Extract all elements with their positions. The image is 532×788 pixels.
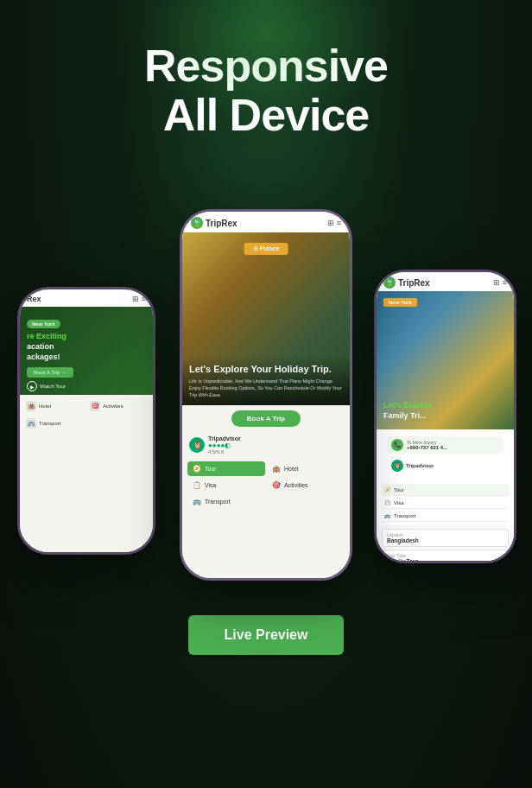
location-field: Location Bangladesh [382,529,509,547]
nav-item-activities: 🎯 Activities [87,398,149,414]
right-tab-visa[interactable]: 📋 Visa [382,497,509,509]
left-phone-screen: Rex ⊞ ≡ New York re Exciting acation ack… [20,289,153,552]
transport-icon: 🚌 [26,418,36,429]
center-brand: TripRex [206,219,238,228]
phone-right: 🍃 TripRex ⊞ ≡ New York Let's Explore Fam… [374,270,516,563]
right-tab-tour[interactable]: 🧭 Tour [382,484,509,496]
menu-icon-center: ≡ [337,219,341,227]
right-nav-icons: ⊞ ≡ [493,278,507,287]
right-brand: TripRex [398,278,430,288]
center-hero-title: Let's Explore Your Holiday Trip. [189,363,343,375]
france-badge: ⊙ France [244,243,288,255]
tour-icon-right: 🧭 [384,486,390,492]
tour-type-value: Family Tour [387,558,504,561]
right-logo: 🍃 TripRex [383,276,430,289]
left-logo: Rex [27,295,41,303]
left-book-btn[interactable]: Book A Trip → [27,367,73,378]
hotel-icon: 🏨 [26,401,36,411]
tab-transport[interactable]: 🚌 Transport [187,494,345,509]
tab-tour[interactable]: 🧭 Tour [187,461,265,476]
title-line1: Responsive [144,41,388,91]
left-nav-grid: 🏨 Hotel 🎯 Activities 🚌 Transport [20,395,153,435]
visa-icon-right: 📋 [384,499,390,505]
header-section: Responsive All Device [0,0,532,157]
left-top-bar: Rex ⊞ ≡ [20,289,153,307]
location-value: Bangladesh [387,537,504,543]
transport-icon-right: 🚌 [384,512,390,518]
center-hero-text: Let's Explore Your Holiday Trip. Life Is… [182,356,350,405]
hotel-icon-center: 🏨 [272,465,281,473]
france-icon: ⊙ [253,245,260,251]
right-form: Location Bangladesh Tour Type Family Tou… [377,525,514,561]
phone-number: +990-737 621 4... [407,445,447,450]
grid-icon-center: ⊞ [327,219,334,227]
activities-icon-center: 🎯 [272,481,281,489]
left-watch-tour: ▶ Watch Tour [27,381,146,391]
center-top-bar: 🍃 TripRex ⊞ ≡ [182,212,350,232]
right-top-bar: 🍃 TripRex ⊞ ≡ [377,272,514,291]
left-nav-icons: ⊞ ≡ [132,295,146,303]
center-nav-icons: ⊞ ≡ [327,219,341,227]
live-preview-button[interactable]: Live Preview [188,615,345,655]
menu-icon: ≡ [142,295,146,303]
live-preview-section: Live Preview [0,607,532,655]
center-book-btn[interactable]: Book A Trip [231,410,301,427]
watch-tour-label: Watch Tour [40,384,66,389]
ta-score: 4.5/5.0 [208,449,343,454]
tab-visa[interactable]: 📋 Visa [187,478,265,492]
inquiry-row: 📞 To More Inquiry +990-737 621 4... [387,436,504,454]
tour-icon: 🧭 [193,465,201,473]
left-hero: New York re Exciting acation ackages! Bo… [20,307,153,395]
phone-center: 🍃 TripRex ⊞ ≡ ⊙ France Let's Explore You… [180,209,352,581]
ta-name: Tripadvisor [208,435,343,442]
right-hero: New York Let's Explore Family Tri... [377,291,514,429]
center-tabs: 🧭 Tour 🏨 Hotel 📋 Visa 🎯 Activities 🚌 [182,458,350,512]
leaf-icon: 🍃 [191,217,203,229]
left-badge: New York [27,320,60,328]
page-title: Responsive All Device [0,41,532,140]
visa-icon: 📋 [193,481,201,489]
tab-activities[interactable]: 🎯 Activities [267,478,345,492]
right-phone-screen: 🍃 TripRex ⊞ ≡ New York Let's Explore Fam… [377,272,514,561]
ta-badge-right: 🦉 [391,460,403,472]
nav-item-transport: 🚌 Transport [23,416,86,431]
right-tab-transport[interactable]: 🚌 Transport [382,510,509,522]
right-info-section: 📞 To More Inquiry +990-737 621 4... 🦉 Tr… [377,429,514,480]
phones-container: Rex ⊞ ≡ New York re Exciting acation ack… [0,157,532,607]
phone-icon: 📞 [391,439,403,451]
center-logo: 🍃 TripRex [191,217,238,229]
right-hero-title: Let's Explore Family Tri... [383,401,432,421]
right-nav-tabs: 🧭 Tour 📋 Visa 🚌 Transport [377,480,514,525]
center-phone-screen: 🍃 TripRex ⊞ ≡ ⊙ France Let's Explore You… [182,212,350,578]
ta-info: Tripadvisor ●●●●◐ 4.5/5.0 [208,435,343,454]
ta-stars: ●●●●◐ [208,442,343,449]
center-hero-subtitle: Life Is Unpredictable, And We Understand… [189,378,343,398]
right-badge: New York [383,298,417,307]
ta-name-right: Tripadvisor [406,463,434,468]
grid-icon: ⊞ [132,295,139,303]
center-tripadvisor: 🦉 Tripadvisor ●●●●◐ 4.5/5.0 [182,432,350,458]
transport-icon-center: 🚌 [193,498,201,505]
ta-info-right: Tripadvisor [406,463,434,468]
tour-type-field: Tour Type Family Tour [382,550,509,561]
menu-icon-right: ≡ [503,278,507,287]
left-hero-title: re Exciting acation ackages! [27,332,146,362]
grid-icon-right: ⊞ [493,278,500,287]
right-tripadvisor: 🦉 Tripadvisor [387,457,504,474]
activities-icon: 🎯 [90,401,100,411]
tripadvisor-logo: 🦉 [189,437,205,453]
title-line2: All Device [163,90,370,140]
center-hero: ⊙ France Let's Explore Your Holiday Trip… [182,232,350,405]
center-hero-bg: ⊙ France Let's Explore Your Holiday Trip… [182,232,350,405]
phone-left: Rex ⊞ ≡ New York re Exciting acation ack… [17,287,155,555]
right-leaf-icon: 🍃 [383,276,396,289]
nav-item-hotel: 🏨 Hotel [23,398,86,414]
france-label: France [259,245,279,251]
tab-hotel[interactable]: 🏨 Hotel [267,461,345,476]
play-icon: ▶ [27,381,37,391]
inquiry-info: To More Inquiry +990-737 621 4... [407,440,447,450]
